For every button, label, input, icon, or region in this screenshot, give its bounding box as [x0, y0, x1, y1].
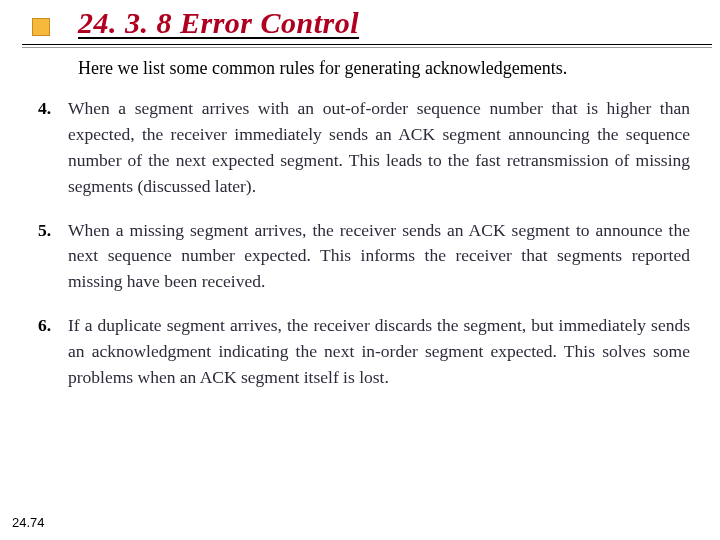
item-body: When a segment arrives with an out-of-or… [68, 96, 690, 200]
page-number: 24.74 [12, 515, 45, 530]
header-bullet-icon [32, 18, 50, 36]
item-body: When a missing segment arrives, the rece… [68, 218, 690, 296]
slide: 24. 3. 8 Error Control Here we list some… [0, 0, 720, 540]
list-item: 6. If a duplicate segment arrives, the r… [38, 313, 690, 391]
item-number: 6. [38, 313, 68, 391]
item-body: If a duplicate segment arrives, the rece… [68, 313, 690, 391]
list-item: 5. When a missing segment arrives, the r… [38, 218, 690, 296]
intro-text: Here we list some common rules for gener… [78, 58, 567, 79]
header-rule [22, 44, 712, 45]
title-wrap: 24. 3. 8 Error Control [78, 6, 359, 40]
item-number: 4. [38, 96, 68, 200]
item-number: 5. [38, 218, 68, 296]
slide-title: 24. 3. 8 Error Control [78, 6, 359, 39]
slide-header: 24. 3. 8 Error Control [0, 0, 720, 60]
rules-list: 4. When a segment arrives with an out-of… [38, 96, 690, 409]
list-item: 4. When a segment arrives with an out-of… [38, 96, 690, 200]
header-rule-shadow [22, 47, 712, 48]
